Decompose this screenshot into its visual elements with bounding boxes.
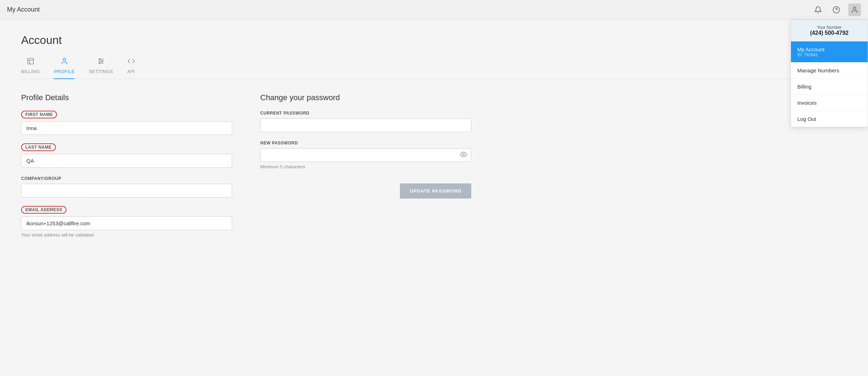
dropdown-item-my-account-sub: ID: 792841 — [797, 52, 861, 57]
page-title: Account — [21, 34, 847, 47]
dropdown-menu: Your Number (424) 500-4792 My Account ID… — [791, 20, 868, 127]
tab-profile-label: PROFILE — [54, 69, 75, 74]
svg-point-9 — [102, 60, 103, 62]
dropdown-header: Your Number (424) 500-4792 — [791, 20, 868, 41]
new-password-wrapper — [260, 148, 471, 162]
user-icon-button[interactable] — [848, 4, 861, 16]
last-name-label-text: LAST NAME — [21, 143, 56, 151]
main-content: Account BILLING PROFILE — [0, 20, 868, 260]
profile-details-section: Profile Details FIRST NAME LAST NAME COM… — [21, 93, 232, 246]
new-password-label: NEW PASSWORD — [260, 141, 471, 145]
company-label: COMPANY/GROUP — [21, 176, 232, 181]
first-name-label-text: FIRST NAME — [21, 111, 57, 118]
last-name-field-group: LAST NAME — [21, 143, 232, 168]
dropdown-item-logout[interactable]: Log Out — [791, 111, 868, 127]
email-label-text: EMAIL ADDRESS — [21, 206, 66, 214]
email-field-group: EMAIL ADDRESS Your email address will be… — [21, 206, 232, 238]
tab-billing[interactable]: BILLING — [21, 57, 40, 79]
company-field-group: COMPANY/GROUP — [21, 176, 232, 197]
svg-point-8 — [99, 59, 100, 60]
svg-rect-3 — [27, 58, 33, 64]
email-hint: Your email address will be validated — [21, 232, 232, 238]
email-label: EMAIL ADDRESS — [21, 206, 232, 214]
navbar: My Account — [0, 0, 868, 20]
two-col-layout: Profile Details FIRST NAME LAST NAME COM… — [21, 93, 847, 246]
dropdown-item-invoices-label: Invoices — [797, 100, 817, 106]
settings-icon — [97, 57, 105, 67]
email-input[interactable] — [21, 216, 232, 230]
current-password-input[interactable] — [260, 118, 471, 132]
svg-point-4 — [63, 58, 65, 61]
dropdown-item-logout-label: Log Out — [797, 116, 816, 122]
company-input[interactable] — [21, 184, 232, 197]
tab-billing-label: BILLING — [21, 69, 40, 74]
help-icon-button[interactable] — [830, 4, 843, 16]
first-name-field-group: FIRST NAME — [21, 111, 232, 135]
new-password-hint: Minimum 5 characters — [260, 164, 471, 169]
svg-point-10 — [99, 63, 100, 64]
first-name-input[interactable] — [21, 121, 232, 135]
last-name-input[interactable] — [21, 154, 232, 168]
new-password-field-group: NEW PASSWORD Minimum 5 characters — [260, 141, 471, 169]
tab-api-label: API — [127, 69, 135, 74]
last-name-label: LAST NAME — [21, 143, 232, 151]
dropdown-item-manage-numbers[interactable]: Manage Numbers — [791, 63, 868, 79]
dropdown-item-billing-label: Billing — [797, 84, 811, 90]
tab-settings[interactable]: SETTINGS — [89, 57, 113, 79]
dropdown-item-my-account-label: My Account — [797, 46, 861, 52]
api-icon — [127, 57, 135, 67]
bell-icon-button[interactable] — [812, 4, 824, 16]
svg-point-2 — [853, 7, 856, 9]
tab-profile[interactable]: PROFILE — [54, 57, 75, 79]
tabs: BILLING PROFILE SETTINGS — [21, 57, 847, 79]
tab-api[interactable]: API — [127, 57, 135, 79]
phone-number: (424) 500-4792 — [797, 30, 861, 36]
your-number-label: Your Number — [797, 25, 861, 30]
current-password-field-group: CURRENT PASSWORD — [260, 111, 471, 132]
navbar-icons — [812, 4, 861, 16]
profile-icon — [60, 57, 68, 67]
tab-settings-label: SETTINGS — [89, 69, 113, 74]
dropdown-item-my-account[interactable]: My Account ID: 792841 — [791, 41, 868, 63]
current-password-label: CURRENT PASSWORD — [260, 111, 471, 116]
svg-point-11 — [463, 154, 465, 155]
password-section-title: Change your password — [260, 93, 471, 102]
dropdown-item-invoices[interactable]: Invoices — [791, 95, 868, 111]
password-eye-icon[interactable] — [460, 151, 467, 160]
navbar-title: My Account — [7, 6, 40, 13]
svg-point-0 — [833, 6, 840, 13]
change-password-section: Change your password CURRENT PASSWORD NE… — [260, 93, 471, 246]
billing-icon — [27, 57, 34, 67]
update-password-button[interactable]: UPDATE PASSWORD — [400, 183, 471, 199]
profile-section-title: Profile Details — [21, 93, 232, 102]
dropdown-item-manage-numbers-label: Manage Numbers — [797, 67, 839, 73]
first-name-label: FIRST NAME — [21, 111, 232, 118]
new-password-input[interactable] — [260, 148, 471, 162]
dropdown-item-billing[interactable]: Billing — [791, 79, 868, 95]
